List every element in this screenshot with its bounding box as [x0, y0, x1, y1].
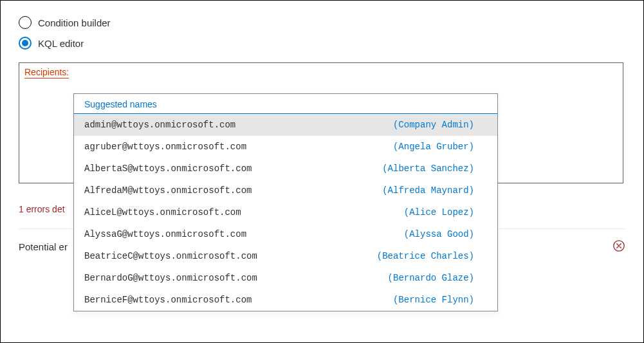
suggestion-display-name: (Alberta Sanchez)	[356, 163, 487, 174]
suggestions-header: Suggested names	[74, 94, 497, 114]
suggestion-display-name: (Alyssa Good)	[378, 229, 487, 239]
suggestion-display-name: (Alice Lopez)	[378, 207, 487, 218]
suggestion-item[interactable]: BerniceF@wttoys.onmicrosoft.com(Bernice …	[74, 289, 497, 311]
suggestion-item[interactable]: BernardoG@wttoys.onmicrosoft.com(Bernard…	[74, 267, 497, 289]
radio-kql-editor[interactable]: KQL editor	[19, 37, 625, 50]
close-icon[interactable]	[612, 239, 625, 254]
autocomplete-suggestions-panel: Suggested names admin@wttoys.onmicrosoft…	[73, 93, 498, 311]
suggestion-email: BeatriceC@wttoys.onmicrosoft.com	[84, 251, 257, 261]
suggestion-item[interactable]: AlbertaS@wttoys.onmicrosoft.com(Alberta …	[74, 158, 497, 180]
radio-icon	[19, 16, 32, 29]
suggestion-display-name: (Bernardo Glaze)	[362, 273, 487, 283]
suggestion-email: AlbertaS@wttoys.onmicrosoft.com	[84, 163, 252, 174]
suggestion-display-name: (Angela Gruber)	[367, 142, 487, 152]
suggestion-email: BerniceF@wttoys.onmicrosoft.com	[84, 295, 252, 305]
suggestion-display-name: (Bernice Flynn)	[367, 295, 487, 305]
potential-errors-label: Potential er	[19, 241, 68, 252]
suggestion-item[interactable]: agruber@wttoys.onmicrosoft.com(Angela Gr…	[74, 136, 497, 158]
radio-label: Condition builder	[38, 17, 111, 28]
suggestions-list: admin@wttoys.onmicrosoft.com(Company Adm…	[74, 114, 497, 311]
suggestion-item[interactable]: AliceL@wttoys.onmicrosoft.com(Alice Lope…	[74, 201, 497, 223]
suggestion-email: AliceL@wttoys.onmicrosoft.com	[84, 207, 241, 218]
suggestion-display-name: (Alfreda Maynard)	[356, 185, 487, 196]
suggestion-email: AlfredaM@wttoys.onmicrosoft.com	[84, 185, 252, 196]
radio-condition-builder[interactable]: Condition builder	[19, 16, 625, 29]
radio-icon	[19, 37, 32, 50]
suggestion-item[interactable]: BeatriceC@wttoys.onmicrosoft.com(Beatric…	[74, 245, 497, 267]
radio-label: KQL editor	[38, 38, 84, 49]
suggestion-email: agruber@wttoys.onmicrosoft.com	[84, 142, 246, 152]
suggestion-email: admin@wttoys.onmicrosoft.com	[84, 120, 235, 130]
kql-keyword-recipients: Recipients:	[24, 67, 69, 79]
editor-mode-radio-group: Condition builder KQL editor	[19, 16, 625, 50]
suggestion-email: BernardoG@wttoys.onmicrosoft.com	[84, 273, 257, 283]
suggestion-item[interactable]: AlfredaM@wttoys.onmicrosoft.com(Alfreda …	[74, 180, 497, 201]
suggestion-display-name: (Beatrice Charles)	[351, 251, 487, 261]
suggestion-display-name: (Company Admin)	[367, 120, 487, 130]
suggestion-item[interactable]: AlyssaG@wttoys.onmicrosoft.com(Alyssa Go…	[74, 223, 497, 245]
suggestion-email: AlyssaG@wttoys.onmicrosoft.com	[84, 229, 246, 239]
suggestion-item[interactable]: admin@wttoys.onmicrosoft.com(Company Adm…	[74, 114, 497, 136]
